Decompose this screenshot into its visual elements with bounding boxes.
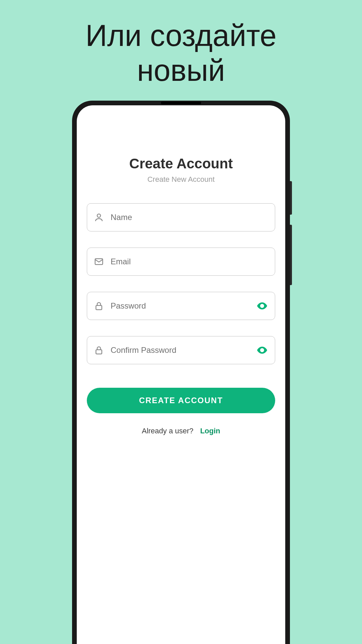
promo-heading: Или создайте новый [0, 0, 362, 88]
eye-icon [256, 344, 268, 356]
eye-icon [256, 300, 268, 312]
email-input[interactable] [111, 257, 268, 266]
confirm-password-field[interactable] [87, 336, 275, 364]
svg-point-3 [261, 305, 263, 307]
login-prompt: Already a user? Login [87, 427, 275, 435]
svg-rect-4 [96, 350, 102, 354]
phone-frame: Create Account Create New Account [72, 101, 290, 644]
svg-point-0 [97, 214, 101, 217]
phone-side-button [290, 181, 292, 215]
svg-rect-2 [96, 306, 102, 310]
lock-icon [94, 345, 104, 355]
page-title: Create Account [87, 156, 275, 172]
name-field[interactable] [87, 203, 275, 231]
phone-screen: Create Account Create New Account [77, 105, 285, 644]
phone-notch [161, 102, 201, 104]
create-account-button[interactable]: CREATE ACCOUNT [87, 388, 275, 413]
email-field[interactable] [87, 248, 275, 276]
toggle-password-visibility[interactable] [256, 300, 268, 312]
page-subtitle: Create New Account [87, 175, 275, 184]
toggle-confirm-visibility[interactable] [256, 344, 268, 356]
promo-line-2: новый [0, 53, 362, 88]
password-field[interactable] [87, 292, 275, 320]
person-icon [94, 212, 104, 222]
signup-form: Create Account Create New Account [87, 105, 275, 435]
login-prompt-text: Already a user? [142, 427, 193, 435]
password-input[interactable] [111, 301, 256, 311]
name-input[interactable] [111, 213, 268, 222]
lock-icon [94, 301, 104, 311]
svg-point-5 [261, 349, 263, 351]
login-link[interactable]: Login [200, 427, 220, 435]
confirm-password-input[interactable] [111, 345, 256, 355]
mail-icon [94, 257, 104, 267]
promo-line-1: Или создайте [0, 18, 362, 53]
phone-side-button [290, 225, 292, 285]
